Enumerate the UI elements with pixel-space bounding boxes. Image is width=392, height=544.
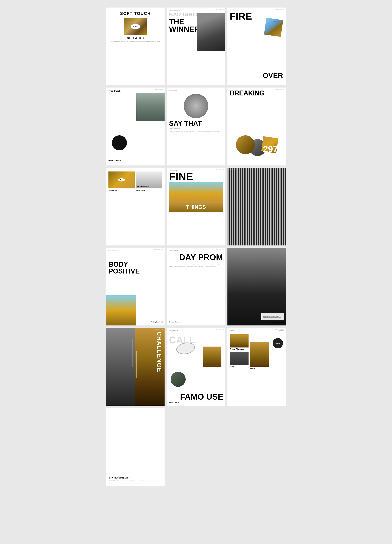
speed-header: Window Swatches <box>230 330 284 331</box>
over-text: OVER <box>263 71 283 80</box>
things-text: THINGS <box>169 204 223 210</box>
card-treadmark: Treadmark Hippy Costume Fashion lookbook <box>106 88 165 165</box>
extra-ordinary: Extra Ordinary <box>169 250 223 251</box>
card-body-positive: Beauty Refraction BODY POSITIVE Feeling … <box>106 248 165 325</box>
shine-text: Shine <box>275 343 280 344</box>
graceful-elements: Graceful Elements <box>169 321 181 323</box>
nav-label-10: Fashion lookbook <box>154 249 163 250</box>
hippy-costume-label: Hippy Costume <box>108 160 121 162</box>
soft-touch-photo: Great <box>124 18 147 35</box>
nav-label-4: Fashion lookbook <box>154 89 163 90</box>
nav-label-14: Fashion lookbook <box>215 329 224 330</box>
card-call-famous: Flashy Fashion CALL FAMO USE Fashion loo… <box>167 328 225 405</box>
treadmark-photo <box>136 93 165 121</box>
call-text: CALL <box>169 335 223 345</box>
day-prom-text: DAY PROM <box>169 253 223 261</box>
roses-blooming-label: Roses Blooming <box>271 322 284 324</box>
card-soft-touch: SOFT TOUCH Great Fashion Lookbook Lorem … <box>106 7 165 85</box>
nav-label-3: Fashion lookbook <box>275 9 284 10</box>
card-original-maker: June The Original Maker Scan Fashion Tre… <box>106 168 165 245</box>
nav-label-9: Fashion lookbook <box>229 169 238 170</box>
speed-photo-left: Speed Shopping Covered <box>230 333 249 369</box>
soft-touch-body: Lorem ipsum dolor sit amet consectetur a… <box>111 41 160 42</box>
card-challenge: CHALLENGE Fashion lookbook <box>106 328 165 405</box>
card-breaking: BREAKING 2971 Fashion lookbook <box>227 88 286 165</box>
roses-body: Lorem ipsum dolor sit amet consectetur a… <box>263 314 280 318</box>
flashy-fashion: Flashy Fashion <box>169 330 223 331</box>
challenge-line2 <box>137 351 137 378</box>
shine-badge: Shine <box>273 338 283 349</box>
card-grid: SOFT TOUCH Great Fashion Lookbook Lorem … <box>106 7 286 486</box>
speed-photo1 <box>230 334 249 348</box>
fine-text: FINE <box>169 171 223 182</box>
scan-fashion-label: Scan Fashion <box>109 190 135 191</box>
great-badge: Great <box>131 24 140 29</box>
nav-label-8: Fashion lookbook <box>215 169 224 170</box>
nav-label-13: Fashion lookbook <box>154 329 163 330</box>
magazine-footer: Copyright 2024 All rights reserved. This… <box>109 480 162 483</box>
nav-label-12: Fashion lookbook <box>229 249 238 250</box>
speed-photo2 <box>230 352 249 365</box>
card-day-prom: Extra Ordinary DAY PROM Lorem ipsum dolo… <box>167 248 225 325</box>
challenge-text: CHALLENGE <box>156 331 163 372</box>
famous-photo <box>202 347 221 367</box>
card-roses-blooming: Lorem ipsum dolor sit amet consectetur a… <box>227 248 286 325</box>
roses-text-block: Lorem ipsum dolor sit amet consectetur a… <box>261 313 284 320</box>
card-fine-things: Curve Beauty FINE THINGS Fashion lookboo… <box>167 168 225 245</box>
speed-photo3 <box>250 342 269 367</box>
winner-photo <box>197 13 225 51</box>
fashion-lookbook-label: Fashion Lookbook <box>125 37 145 39</box>
speed-shopping-label: Speed Shopping <box>230 348 249 350</box>
recent-pleasure: Recent Pleasure <box>169 90 223 91</box>
speed-photos: Speed Shopping Covered Shine Lipstick <box>230 333 284 369</box>
swatches-label: Swatches <box>278 330 284 331</box>
say-that-text: SAY THAT <box>169 120 223 127</box>
maker-card: The Original Maker <box>136 171 162 189</box>
beauty-refraction: Beauty Refraction <box>108 250 162 252</box>
body-text: BODY <box>108 261 162 268</box>
treadmark-label: Treadmark <box>108 90 162 92</box>
lipstick-label: Lipstick <box>250 367 269 369</box>
breaking-text: BREAKING <box>230 90 284 97</box>
card-speed-shopping: Window Swatches Speed Shopping Covered S… <box>227 328 286 405</box>
body-photo <box>106 295 136 325</box>
say-that-photo <box>184 94 208 118</box>
unique-handmade: Unique Handmade <box>169 128 223 129</box>
black-circle <box>112 135 127 150</box>
loose-savage: Loose Savage <box>273 21 284 22</box>
breaking-number: 2971 <box>263 144 283 154</box>
card-bad-girls: Trendy Ornaments BAD GIRLS THEWINNER Fas… <box>167 7 225 85</box>
overlay-bar <box>227 214 286 214</box>
card-stripes: Fashion lookbook <box>227 168 286 245</box>
nav-label-15: Fashion lookbook <box>275 329 284 330</box>
saving-pictures: Saving Pictures <box>169 402 179 403</box>
stripes-bg <box>227 168 286 245</box>
card-say-that: Recent Pleasure SAY THAT Unique Handmade… <box>167 88 225 165</box>
feeling-comforted: Feeling Comforted <box>151 321 163 323</box>
window-label: Window <box>230 330 234 331</box>
june-label: June <box>118 178 125 182</box>
card-fire-over: FIRE Loose Savage OVER Fashion lookbook <box>227 7 286 85</box>
fine-photo: THINGS <box>169 182 223 212</box>
challenge-line1 <box>133 339 133 367</box>
famous-text: FAMO USE <box>180 393 223 401</box>
nav-label-11: Fashion lookbook <box>215 249 224 250</box>
challenge-left-photo <box>106 328 135 405</box>
magazine-title: Soft Touch Magazine <box>109 476 162 479</box>
soft-touch-title: SOFT TOUCH <box>120 11 151 16</box>
covered-label: Covered <box>230 366 249 367</box>
june-card: June <box>108 171 135 189</box>
day-prom-body: Lorem ipsum dolor sit amet consectetur a… <box>169 264 223 267</box>
original-maker-text: The Original Maker <box>137 186 149 187</box>
positive-text: POSITIVE <box>108 268 162 275</box>
speed-photo-right: Shine Lipstick <box>250 333 269 369</box>
card-soft-touch-magazine: Soft Touch Magazine Copyright 2024 All r… <box>106 408 165 486</box>
trend-creator-label: Trend Creator <box>136 190 162 191</box>
trendy-ornaments-label: Trendy Ornaments <box>169 10 223 11</box>
nav-label-6: Fashion lookbook <box>275 89 284 90</box>
maker-top-row: June The Original Maker <box>108 171 162 189</box>
say-that-body: Lorem ipsum dolor sit amet consectetur a… <box>169 131 223 134</box>
maker-labels: Scan Fashion Trend Creator <box>108 190 162 191</box>
famous-circle-photo <box>171 372 186 387</box>
nav-label-2: Fashion lookbook <box>215 9 224 10</box>
